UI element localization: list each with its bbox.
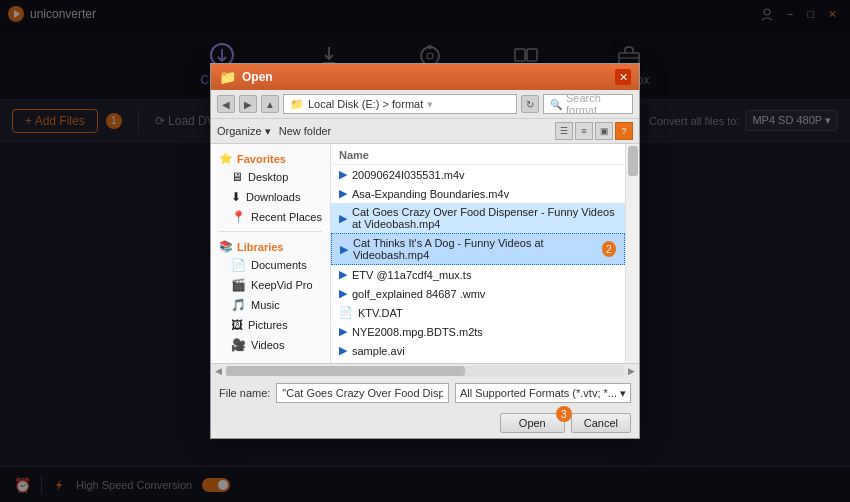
horizontal-scrollbar[interactable]	[226, 366, 624, 376]
documents-icon: 📄	[231, 258, 246, 272]
file-icon-1: ▶	[339, 187, 347, 200]
filename-label: File name:	[219, 387, 270, 399]
file-item-3[interactable]: ▶ Cat Thinks It's A Dog - Funny Videos a…	[331, 233, 625, 265]
file-icon-2: ▶	[339, 212, 347, 225]
libraries-header: 📚 Libraries	[211, 236, 330, 255]
h-scroll-thumb[interactable]	[226, 366, 465, 376]
file-item-8[interactable]: ▶ sample.avi	[331, 341, 625, 360]
scrollbar[interactable]	[625, 144, 639, 363]
dialog-title-icon: 📁	[219, 69, 236, 85]
file-item-3-badge: 2	[602, 241, 616, 257]
sidebar-item-pictures[interactable]: 🖼 Pictures	[211, 315, 330, 335]
file-icon-7: ▶	[339, 325, 347, 338]
scroll-right[interactable]: ▶	[628, 366, 635, 376]
dialog-body: ⭐ Favorites 🖥 Desktop ⬇ Downloads 📍 Rece…	[211, 144, 639, 364]
favorites-star: ⭐	[219, 152, 233, 165]
keepvid-icon: 🎬	[231, 278, 246, 292]
dialog-title-left: 📁 Open	[219, 69, 273, 85]
file-icon-8: ▶	[339, 344, 347, 357]
open-button[interactable]: Open 3	[500, 413, 565, 433]
open-dialog: 📁 Open ✕ ◀ ▶ ▲ 📁 Local Disk (E:) > forma…	[210, 63, 640, 439]
sidebar-item-keepvid[interactable]: 🎬 KeepVid Pro	[211, 275, 330, 295]
open-badge: 3	[556, 406, 572, 422]
cancel-button[interactable]: Cancel	[571, 413, 631, 433]
path-dropdown-icon[interactable]: ▾	[427, 98, 433, 111]
preview-button[interactable]: ▣	[595, 122, 613, 140]
sidebar-item-desktop[interactable]: 🖥 Desktop	[211, 167, 330, 187]
recent-icon: 📍	[231, 210, 246, 224]
refresh-button[interactable]: ↻	[521, 95, 539, 113]
favorites-header: ⭐ Favorites	[211, 148, 330, 167]
up-button[interactable]: ▲	[261, 95, 279, 113]
file-icon-3: ▶	[340, 243, 348, 256]
filename-row: File name: All Supported Formats (*.vtv;…	[211, 378, 639, 408]
dialog-title-text: Open	[242, 70, 273, 84]
pictures-icon: 🖼	[231, 318, 243, 332]
file-item-6[interactable]: 📄 KTV.DAT	[331, 303, 625, 322]
view-buttons: ☰ ≡ ▣ ?	[555, 122, 633, 140]
scroll-thumb[interactable]	[628, 146, 638, 176]
music-icon: 🎵	[231, 298, 246, 312]
downloads-icon: ⬇	[231, 190, 241, 204]
search-box[interactable]: 🔍 Search format	[543, 94, 633, 114]
sidebar-item-recent[interactable]: 📍 Recent Places	[211, 207, 330, 227]
file-item-9[interactable]: ▶ sleepless3.wmv	[331, 360, 625, 363]
file-item-0[interactable]: ▶ 20090624I035531.m4v	[331, 165, 625, 184]
dialog-close-button[interactable]: ✕	[615, 69, 631, 85]
file-list-header: Name	[331, 146, 625, 165]
file-item-1[interactable]: ▶ Asa-Expanding Boundaries.m4v	[331, 184, 625, 203]
desktop-icon: 🖥	[231, 170, 243, 184]
file-item-7[interactable]: ▶ NYE2008.mpg.BDTS.m2ts	[331, 322, 625, 341]
scroll-left[interactable]: ◀	[215, 366, 222, 376]
dialog-address-bar: ◀ ▶ ▲ 📁 Local Disk (E:) > format ▾ ↻ 🔍 S…	[211, 90, 639, 119]
file-icon-5: ▶	[339, 287, 347, 300]
file-item-2[interactable]: ▶ Cat Goes Crazy Over Food Dispenser - F…	[331, 203, 625, 233]
dialog-toolbar: Organize ▾ New folder ☰ ≡ ▣ ?	[211, 119, 639, 144]
horizontal-scrollbar-row: ◀ ▶	[211, 364, 639, 378]
filename-input[interactable]	[276, 383, 449, 403]
sidebar-item-music[interactable]: 🎵 Music	[211, 295, 330, 315]
help-button[interactable]: ?	[615, 122, 633, 140]
file-icon-6: 📄	[339, 306, 353, 319]
sidebar-divider	[219, 231, 322, 232]
videos-icon: 🎥	[231, 338, 246, 352]
sidebar-item-videos[interactable]: 🎥 Videos	[211, 335, 330, 355]
file-item-5[interactable]: ▶ golf_explained 84687 .wmv	[331, 284, 625, 303]
sidebar-item-downloads[interactable]: ⬇ Downloads	[211, 187, 330, 207]
sidebar-item-documents[interactable]: 📄 Documents	[211, 255, 330, 275]
new-folder-button[interactable]: New folder	[279, 125, 332, 137]
open-button-wrapper: Open 3	[500, 413, 565, 433]
filetype-dropdown[interactable]: All Supported Formats (*.vtv; *... ▾	[455, 383, 631, 403]
file-panel: Name ▶ 20090624I035531.m4v ▶ Asa-Expandi…	[331, 144, 625, 363]
list-view-button[interactable]: ☰	[555, 122, 573, 140]
organize-button[interactable]: Organize ▾	[217, 125, 271, 138]
dialog-title-bar: 📁 Open ✕	[211, 64, 639, 90]
address-path[interactable]: 📁 Local Disk (E:) > format ▾	[283, 94, 517, 114]
forward-button[interactable]: ▶	[239, 95, 257, 113]
file-icon-0: ▶	[339, 168, 347, 181]
details-view-button[interactable]: ≡	[575, 122, 593, 140]
sidebar-panel: ⭐ Favorites 🖥 Desktop ⬇ Downloads 📍 Rece…	[211, 144, 331, 363]
dialog-buttons: Open 3 Cancel	[211, 408, 639, 438]
dialog-overlay: 📁 Open ✕ ◀ ▶ ▲ 📁 Local Disk (E:) > forma…	[0, 0, 850, 502]
back-button[interactable]: ◀	[217, 95, 235, 113]
search-icon: 🔍	[550, 99, 562, 110]
file-icon-4: ▶	[339, 268, 347, 281]
file-item-4[interactable]: ▶ ETV @11a7cdf4_mux.ts	[331, 265, 625, 284]
path-icon: 📁	[290, 98, 304, 111]
library-icon: 📚	[219, 240, 233, 253]
